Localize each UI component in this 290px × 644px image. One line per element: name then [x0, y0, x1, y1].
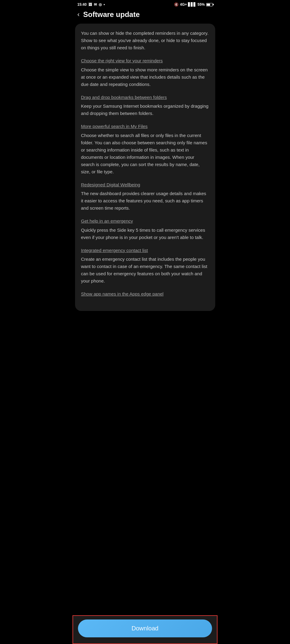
battery-icon	[206, 3, 213, 6]
feature-section-bookmarks: Drag and drop bookmarks between folders …	[81, 94, 209, 117]
feature-section-apps-edge: Show app names in the Apps edge panel	[81, 291, 209, 298]
feature-desc-reminders-view: Choose the simple view to show more remi…	[81, 66, 209, 88]
status-right: 🔇 4G+ ▋▋▋ 55%	[174, 2, 213, 7]
feature-section-myfiles: More powerful search in My Files Choose …	[81, 123, 209, 175]
feature-section-emergency-help: Get help in an emergency Quickly press t…	[81, 218, 209, 241]
feature-title-wellbeing: Redesigned Digital Wellbeing	[81, 181, 209, 188]
page-header: ‹ Software update	[73, 8, 218, 22]
feature-title-myfiles: More powerful search in My Files	[81, 123, 209, 130]
page-title: Software update	[83, 10, 140, 19]
feature-desc-emergency-help: Quickly press the Side key 5 times to ca…	[81, 227, 209, 241]
status-bar: 15:40 🖼 ✉ ◎ • 🔇 4G+ ▋▋▋ 55%	[73, 0, 218, 8]
feature-title-bookmarks: Drag and drop bookmarks between folders	[81, 94, 209, 101]
mail-icon: ✉	[94, 2, 97, 7]
instagram-icon: ◎	[99, 2, 102, 7]
content-card: You can show or hide the completed remin…	[75, 24, 215, 311]
dot-icon: •	[104, 2, 105, 7]
mute-icon: 🔇	[174, 2, 179, 7]
feature-desc-myfiles: Choose whether to search all files or on…	[81, 132, 209, 175]
feature-title-reminders-view: Choose the right view for your reminders	[81, 57, 209, 64]
feature-desc-bookmarks: Keep your Samsung Internet bookmarks org…	[81, 103, 209, 117]
feature-title-emergency-contacts: Integrated emergency contact list	[81, 247, 209, 254]
feature-section-wellbeing: Redesigned Digital Wellbeing The new das…	[81, 181, 209, 212]
photo-icon: 🖼	[88, 2, 92, 7]
status-left: 15:40 🖼 ✉ ◎ •	[77, 2, 105, 7]
feature-desc-emergency-contacts: Create an emergency contact list that in…	[81, 256, 209, 285]
feature-section-reminders-view: Choose the right view for your reminders…	[81, 57, 209, 88]
feature-desc-wellbeing: The new dashboard provides clearer usage…	[81, 190, 209, 212]
status-time: 15:40	[77, 2, 87, 7]
signal-text: 4G+	[180, 2, 187, 7]
battery-percentage: 55%	[197, 2, 205, 7]
signal-bars-icon: ▋▋▋	[188, 2, 196, 7]
intro-text: You can show or hide the completed remin…	[81, 30, 209, 51]
feature-title-apps-edge: Show app names in the Apps edge panel	[81, 291, 209, 298]
back-button[interactable]: ‹	[77, 11, 80, 18]
feature-section-emergency-contacts: Integrated emergency contact list Create…	[81, 247, 209, 285]
feature-title-emergency-help: Get help in an emergency	[81, 218, 209, 225]
